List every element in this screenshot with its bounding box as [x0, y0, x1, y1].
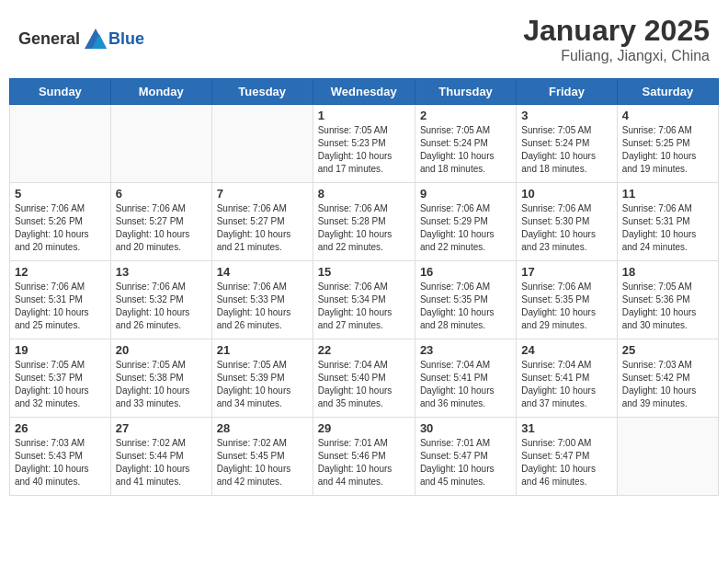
weekday-header-thursday: Thursday — [415, 79, 516, 105]
week-row-4: 19Sunrise: 7:05 AM Sunset: 5:37 PM Dayli… — [10, 339, 719, 418]
day-number: 3 — [521, 109, 611, 122]
weekday-header-saturday: Saturday — [617, 79, 718, 105]
day-cell: 24Sunrise: 7:04 AM Sunset: 5:41 PM Dayli… — [517, 339, 617, 418]
day-cell: 3Sunrise: 7:05 AM Sunset: 5:24 PM Daylig… — [517, 105, 617, 183]
day-cell — [211, 105, 313, 183]
day-info: Sunrise: 7:06 AM Sunset: 5:35 PM Dayligh… — [420, 281, 511, 332]
day-number: 30 — [420, 421, 511, 435]
day-number: 20 — [116, 343, 207, 357]
day-number: 8 — [318, 187, 410, 201]
day-info: Sunrise: 7:05 AM Sunset: 5:24 PM Dayligh… — [521, 124, 611, 176]
day-number: 17 — [521, 265, 611, 279]
day-number: 14 — [217, 265, 308, 279]
day-info: Sunrise: 7:06 AM Sunset: 5:33 PM Dayligh… — [217, 281, 308, 332]
day-cell: 6Sunrise: 7:06 AM Sunset: 5:27 PM Daylig… — [110, 183, 211, 261]
day-info: Sunrise: 7:06 AM Sunset: 5:32 PM Dayligh… — [116, 281, 207, 332]
week-row-2: 5Sunrise: 7:06 AM Sunset: 5:26 PM Daylig… — [10, 183, 719, 261]
day-number: 29 — [318, 421, 410, 435]
logo-general-text: General — [18, 29, 80, 49]
day-number: 15 — [318, 265, 410, 279]
day-info: Sunrise: 7:03 AM Sunset: 5:43 PM Dayligh… — [15, 437, 106, 488]
day-cell: 16Sunrise: 7:06 AM Sunset: 5:35 PM Dayli… — [415, 261, 516, 339]
day-cell: 27Sunrise: 7:02 AM Sunset: 5:44 PM Dayli… — [110, 418, 211, 496]
weekday-header-friday: Friday — [517, 79, 617, 105]
day-info: Sunrise: 7:04 AM Sunset: 5:41 PM Dayligh… — [420, 359, 511, 410]
day-cell: 8Sunrise: 7:06 AM Sunset: 5:28 PM Daylig… — [313, 183, 415, 261]
day-info: Sunrise: 7:01 AM Sunset: 5:46 PM Dayligh… — [318, 437, 410, 488]
weekday-header-row: SundayMondayTuesdayWednesdayThursdayFrid… — [10, 79, 719, 105]
day-number: 26 — [15, 421, 106, 435]
day-info: Sunrise: 7:01 AM Sunset: 5:47 PM Dayligh… — [420, 437, 511, 488]
day-cell: 14Sunrise: 7:06 AM Sunset: 5:33 PM Dayli… — [211, 261, 313, 339]
day-number: 27 — [116, 421, 207, 435]
day-info: Sunrise: 7:05 AM Sunset: 5:37 PM Dayligh… — [15, 359, 106, 410]
day-number: 1 — [318, 109, 410, 122]
day-number: 10 — [521, 187, 611, 201]
day-cell: 30Sunrise: 7:01 AM Sunset: 5:47 PM Dayli… — [415, 418, 516, 496]
day-number: 21 — [217, 343, 308, 357]
day-info: Sunrise: 7:05 AM Sunset: 5:24 PM Dayligh… — [420, 124, 511, 176]
day-info: Sunrise: 7:06 AM Sunset: 5:26 PM Dayligh… — [15, 202, 106, 254]
day-cell: 23Sunrise: 7:04 AM Sunset: 5:41 PM Dayli… — [415, 339, 516, 418]
day-cell: 12Sunrise: 7:06 AM Sunset: 5:31 PM Dayli… — [10, 261, 111, 339]
day-info: Sunrise: 7:05 AM Sunset: 5:36 PM Dayligh… — [622, 281, 713, 332]
location-text: Fuliang, Jiangxi, China — [523, 48, 710, 64]
day-cell — [617, 418, 718, 496]
day-info: Sunrise: 7:06 AM Sunset: 5:31 PM Dayligh… — [15, 281, 106, 332]
day-cell: 29Sunrise: 7:01 AM Sunset: 5:46 PM Dayli… — [313, 418, 415, 496]
day-number: 6 — [116, 187, 207, 201]
day-cell: 26Sunrise: 7:03 AM Sunset: 5:43 PM Dayli… — [10, 418, 111, 496]
day-cell: 31Sunrise: 7:00 AM Sunset: 5:47 PM Dayli… — [517, 418, 617, 496]
calendar-table: SundayMondayTuesdayWednesdayThursdayFrid… — [9, 78, 719, 496]
day-cell: 9Sunrise: 7:06 AM Sunset: 5:29 PM Daylig… — [415, 183, 516, 261]
day-cell: 21Sunrise: 7:05 AM Sunset: 5:39 PM Dayli… — [211, 339, 313, 418]
day-number: 12 — [15, 265, 106, 279]
day-number: 2 — [420, 109, 511, 122]
day-cell: 25Sunrise: 7:03 AM Sunset: 5:42 PM Dayli… — [617, 339, 718, 418]
day-cell: 19Sunrise: 7:05 AM Sunset: 5:37 PM Dayli… — [10, 339, 111, 418]
day-cell: 10Sunrise: 7:06 AM Sunset: 5:30 PM Dayli… — [517, 183, 617, 261]
day-number: 31 — [521, 421, 611, 435]
day-number: 13 — [116, 265, 207, 279]
logo-icon — [83, 27, 108, 52]
month-title: January 2025 — [523, 14, 710, 48]
day-number: 7 — [217, 187, 308, 201]
day-info: Sunrise: 7:05 AM Sunset: 5:23 PM Dayligh… — [318, 124, 410, 176]
title-section: January 2025 Fuliang, Jiangxi, China — [523, 14, 710, 64]
day-info: Sunrise: 7:06 AM Sunset: 5:30 PM Dayligh… — [521, 202, 611, 254]
day-info: Sunrise: 7:04 AM Sunset: 5:40 PM Dayligh… — [318, 359, 410, 410]
day-info: Sunrise: 7:05 AM Sunset: 5:38 PM Dayligh… — [116, 359, 207, 410]
day-info: Sunrise: 7:06 AM Sunset: 5:27 PM Dayligh… — [217, 202, 308, 254]
week-row-1: 1Sunrise: 7:05 AM Sunset: 5:23 PM Daylig… — [10, 105, 719, 183]
day-info: Sunrise: 7:06 AM Sunset: 5:35 PM Dayligh… — [521, 281, 611, 332]
weekday-header-wednesday: Wednesday — [313, 79, 415, 105]
day-number: 4 — [622, 109, 713, 122]
day-number: 24 — [521, 343, 611, 357]
day-number: 25 — [622, 343, 713, 357]
page-header: General Blue January 2025 Fuliang, Jiang… — [9, 9, 719, 69]
day-cell — [110, 105, 211, 183]
weekday-header-sunday: Sunday — [10, 79, 111, 105]
day-cell: 17Sunrise: 7:06 AM Sunset: 5:35 PM Dayli… — [517, 261, 617, 339]
day-cell: 28Sunrise: 7:02 AM Sunset: 5:45 PM Dayli… — [211, 418, 313, 496]
day-info: Sunrise: 7:03 AM Sunset: 5:42 PM Dayligh… — [622, 359, 713, 410]
day-number: 5 — [15, 187, 106, 201]
weekday-header-tuesday: Tuesday — [211, 79, 313, 105]
week-row-5: 26Sunrise: 7:03 AM Sunset: 5:43 PM Dayli… — [10, 418, 719, 496]
day-info: Sunrise: 7:06 AM Sunset: 5:31 PM Dayligh… — [622, 202, 713, 254]
day-info: Sunrise: 7:00 AM Sunset: 5:47 PM Dayligh… — [521, 437, 611, 488]
day-number: 9 — [420, 187, 511, 201]
day-number: 19 — [15, 343, 106, 357]
day-info: Sunrise: 7:06 AM Sunset: 5:29 PM Dayligh… — [420, 202, 511, 254]
day-cell: 7Sunrise: 7:06 AM Sunset: 5:27 PM Daylig… — [211, 183, 313, 261]
day-number: 22 — [318, 343, 410, 357]
day-cell — [10, 105, 111, 183]
day-cell: 18Sunrise: 7:05 AM Sunset: 5:36 PM Dayli… — [617, 261, 718, 339]
day-number: 23 — [420, 343, 511, 357]
day-cell: 15Sunrise: 7:06 AM Sunset: 5:34 PM Dayli… — [313, 261, 415, 339]
day-cell: 2Sunrise: 7:05 AM Sunset: 5:24 PM Daylig… — [415, 105, 516, 183]
day-info: Sunrise: 7:06 AM Sunset: 5:28 PM Dayligh… — [318, 202, 410, 254]
day-number: 11 — [622, 187, 713, 201]
weekday-header-monday: Monday — [110, 79, 211, 105]
day-cell: 5Sunrise: 7:06 AM Sunset: 5:26 PM Daylig… — [10, 183, 111, 261]
